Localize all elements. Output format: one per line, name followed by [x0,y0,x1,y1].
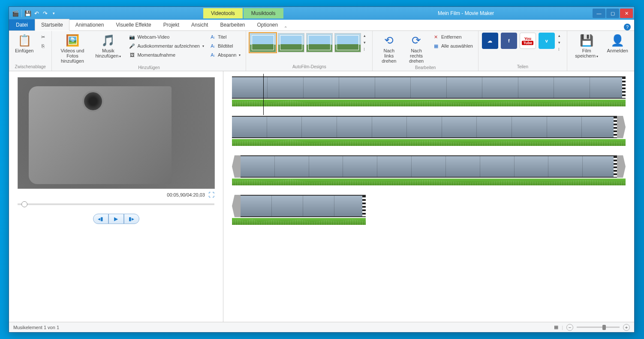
tab-bearbeiten[interactable]: Bearbeiten [214,19,251,30]
help-icon[interactable]: ? [624,24,631,30]
group-autodesigns-label: AutoFilm-Designs [250,64,369,70]
group-add-label: Hinzufügen [55,64,242,71]
gallery-down-icon[interactable]: ▾ [363,39,369,45]
prev-frame-button[interactable]: ◂▮ [93,214,108,224]
zoom-in-button[interactable]: + [623,324,630,331]
view-toggle-icon[interactable]: ▦ [554,324,558,330]
qat-dropdown-icon[interactable]: ▾ [50,9,57,17]
next-frame-button[interactable]: ▮▸ [124,214,139,224]
design-thumb-3[interactable] [306,33,333,52]
zoom-slider[interactable] [577,327,620,328]
audiorecord-button[interactable]: 🎤Audiokommentar aufzeichnen▾ [127,42,206,50]
scissors-icon: ✂ [39,33,46,40]
remove-button[interactable]: ✕Entfernen [431,33,475,41]
group-edit-label: Bearbeiten [376,64,474,71]
status-text: Musikelement 1 von 1 [13,325,59,330]
group-clipboard-label: Zwischenablage [12,64,48,70]
status-bar: Musikelement 1 von 1 ▦ | − + [9,322,634,332]
minimize-button[interactable]: — [593,9,605,18]
add-videos-label: Videos und Fotos hinzufügen [58,48,87,64]
vimeo-button[interactable]: v [539,33,555,49]
add-videos-button[interactable]: 🖼️ Videos und Fotos hinzufügen [55,33,89,64]
youtube-button[interactable]: YouTube [520,33,536,49]
copy-button[interactable]: ⎘ [38,42,48,50]
transition-in-icon [232,195,241,217]
musictools-tab[interactable]: Musiktools [244,8,283,18]
playhead[interactable] [263,74,264,115]
tab-animationen[interactable]: Animationen [69,19,110,30]
timeline-row-4[interactable] [232,195,366,225]
mic-icon: 🎤 [129,42,135,49]
zoom-thumb[interactable] [602,325,606,330]
timeline-row-1[interactable] [232,76,626,106]
tab-projekt[interactable]: Projekt [157,19,185,30]
tab-visuelle-effekte[interactable]: Visuelle Effekte [110,19,157,30]
redo-icon[interactable]: ↷ [41,9,49,17]
user-icon: 👤 [611,33,624,47]
webcam-button[interactable]: 📷Webcam-Video [127,33,206,41]
videotools-tab[interactable]: Videotools [203,8,243,18]
caption-button[interactable]: AᵢBildtitel [208,42,242,50]
rotate-right-button[interactable]: ⟳ Nach rechts drehen [403,33,429,64]
rotate-left-button[interactable]: ⟲ Nach links drehen [376,33,402,64]
gallery-up-icon[interactable]: ▴ [363,33,369,39]
undo-icon[interactable]: ↶ [33,9,40,17]
ribbon: 📋 Einfügen ✂ ⎘ Zwischenablage 🖼️ Videos … [9,31,634,71]
autofilm-gallery[interactable]: ▴ ▾ ⁞ [250,33,369,52]
audio-track-4[interactable] [232,218,366,225]
fullscreen-icon[interactable]: ⛶ [208,191,214,198]
paste-button[interactable]: 📋 Einfügen [12,33,36,54]
music-note-icon: 🎵 [101,33,115,47]
titlebar: 🎬 💾 ↶ ↷ ▾ Videotools Musiktools Mein Fil… [9,7,634,20]
play-button[interactable]: ▶ [108,214,124,224]
timeline-pane[interactable] [223,71,634,322]
audio-track-1[interactable] [232,100,626,106]
add-music-label: Musik hinzufügen▾ [93,48,123,58]
transition-out-icon [617,155,626,178]
timeline-row-2[interactable] [232,116,626,146]
rotate-right-label: Nach rechts drehen [406,48,427,64]
selectall-button[interactable]: ▦Alle auswählen [431,42,475,50]
gallery-more-icon[interactable]: ⁞ [363,46,369,52]
design-thumb-1[interactable] [250,33,276,52]
video-preview[interactable] [18,77,215,189]
collapse-ribbon-icon[interactable]: ⌃ [284,26,287,30]
facebook-button[interactable]: f [501,33,517,49]
share-more-icon[interactable]: ⁞ [557,46,563,52]
add-music-button[interactable]: 🎵 Musik hinzufügen▾ [91,33,125,59]
transition-out-icon [617,116,626,138]
save-icon[interactable]: 💾 [24,9,32,17]
preview-pane: 00:05,90/04:20,03 ⛶ ◂▮ ▶ ▮▸ [9,71,223,322]
share-up-icon[interactable]: ▴ [557,33,563,39]
credits-button[interactable]: AᵢAbspann▾ [208,51,242,59]
seek-thumb[interactable] [21,201,27,207]
tab-optionen[interactable]: Optionen [251,19,284,30]
ribbon-tabs: Datei Startseite Animationen Visuelle Ef… [9,20,634,31]
save-film-button[interactable]: 💾 Film speichern▾ [571,33,603,59]
onedrive-button[interactable]: ☁ [482,33,498,49]
snapshot-button[interactable]: 🖼Momentaufnahme [127,51,206,59]
share-down-icon[interactable]: ▾ [557,39,563,45]
audio-track-2[interactable] [232,139,626,146]
seek-slider[interactable] [18,203,214,205]
tab-startseite[interactable]: Startseite [35,19,69,31]
paste-label: Einfügen [15,48,33,53]
app-window: 🎬 💾 ↶ ↷ ▾ Videotools Musiktools Mein Fil… [9,6,635,333]
transition-in-icon [232,155,241,178]
audio-track-3[interactable] [232,179,626,185]
app-icon: 🎬 [12,9,19,17]
title-button[interactable]: AᵢTitel [208,33,242,41]
signin-button[interactable]: 👤 Anmelden [604,33,631,54]
tab-ansicht[interactable]: Ansicht [185,19,214,30]
zoom-out-button[interactable]: − [566,324,573,331]
title-icon: Aᵢ [209,33,216,40]
maximize-button[interactable]: ▢ [606,9,619,18]
timeline-row-3[interactable] [232,155,626,185]
cut-button[interactable]: ✂ [38,33,48,41]
close-button[interactable]: ✕ [620,9,633,18]
playback-controls: ◂▮ ▶ ▮▸ [18,214,214,224]
tab-file[interactable]: Datei [9,19,35,30]
design-thumb-4[interactable] [334,33,361,52]
design-thumb-2[interactable] [278,33,304,52]
window-title: Mein Film - Movie Maker [438,10,494,16]
